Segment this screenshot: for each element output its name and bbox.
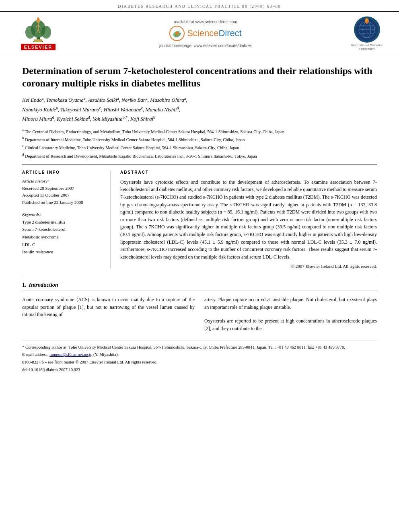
intro-title-row: 1. Introduction xyxy=(22,282,377,290)
svg-rect-13 xyxy=(34,39,42,42)
author-minoru: Minoru Miura xyxy=(22,116,52,122)
intro-text-col2: artery. Plaque rupture occurred at unsta… xyxy=(204,296,377,311)
idf-logo: International Diabetes Federation xyxy=(351,16,383,51)
keywords-label: Keywords: xyxy=(22,212,104,217)
intro-body-cols: Acute coronary syndrome (ACS) is known t… xyxy=(22,296,377,332)
sup-d3: d xyxy=(88,115,90,119)
intro-col2: artery. Plaque rupture occurred at unsta… xyxy=(204,296,377,332)
journal-header-text: DIABETES RESEARCH AND CLINICAL PRACTICE … xyxy=(118,4,281,8)
sciencedirect-logo: ScienceDirect xyxy=(169,26,242,41)
copyright-line: © 2007 Elsevier Ireland Ltd. All rights … xyxy=(120,264,377,269)
svg-point-3 xyxy=(41,26,51,39)
keyword-3: Metabolic syndrome xyxy=(22,233,104,241)
footer-notes: * Corresponding author at: Toho Universi… xyxy=(22,341,377,374)
article-title: Determination of serum 7-ketocholesterol… xyxy=(22,65,377,90)
author-nobukiyo: Nobukiyo Koide xyxy=(22,107,56,113)
available-text: available at www.sciencedirect.com xyxy=(174,20,237,24)
logo-row: ELSEVIER available at www.sciencedirect.… xyxy=(0,12,399,55)
accepted-date: Accepted 11 October 2007 xyxy=(22,192,104,199)
author-tomokazu: Tomokazu Oyama xyxy=(46,97,84,103)
author-kei-endo: Kei Endo xyxy=(22,97,42,103)
keyword-1: Type 2 diabetes mellitus xyxy=(22,218,104,226)
svg-point-15 xyxy=(175,32,179,35)
sup-a5: a xyxy=(184,96,186,101)
main-content: Determination of serum 7-ketocholesterol… xyxy=(0,55,399,374)
article-info-col: ARTICLE INFO Article history: Received 2… xyxy=(22,170,111,269)
sciencedirect-icon xyxy=(169,26,185,41)
journal-homepage: journal homepage: www.elsevier.com/locat… xyxy=(159,43,252,48)
sup-b-star: b,* xyxy=(123,115,128,119)
keyword-4: LDL-C xyxy=(22,241,104,249)
section-divider xyxy=(22,276,377,276)
author-yoh: Yoh Miyashita xyxy=(93,116,122,122)
author-atsuhito: Atsuhito Saiki xyxy=(88,97,117,103)
author-noriko: Noriko Ban xyxy=(121,97,146,103)
elsevier-logo: ELSEVIER xyxy=(16,17,60,50)
doi-note: doi:10.1016/j.diabres.2007.10.023 xyxy=(22,367,377,374)
author-kyoichi: Kyoichi Sekine xyxy=(57,116,88,122)
elsevier-tree-icon xyxy=(22,17,54,43)
journal-header: DIABETES RESEARCH AND CLINICAL PRACTICE … xyxy=(0,0,399,12)
page: DIABETES RESEARCH AND CLINICAL PRACTICE … xyxy=(0,0,399,532)
affiliations-block: a The Center of Diabetes, Endocrinology,… xyxy=(22,127,377,164)
idf-circle xyxy=(354,16,380,43)
author-koji: Koji Shirai xyxy=(130,116,153,122)
author-masahiro: Masahiro Ohira xyxy=(150,97,184,103)
idf-text: International Diabetes Federation xyxy=(351,43,383,51)
sup-a3: a xyxy=(117,96,119,101)
keyword-2: Serum 7-ketocholesterol xyxy=(22,226,104,233)
sup-a6: a xyxy=(56,106,58,110)
published-date: Published on line 22 January 2008 xyxy=(22,199,104,206)
idf-icon xyxy=(355,18,379,42)
license-note: 0168-8227/$ – see front matter © 2007 El… xyxy=(22,359,377,366)
intro-title: Introduction xyxy=(29,282,58,288)
corresponding-author-note: * Corresponding author at: Toho Universi… xyxy=(22,344,377,351)
introduction-section: 1. Introduction Acute coronary syndrome … xyxy=(22,282,377,332)
intro-text-col2b: Oxysterols are reported to be present at… xyxy=(204,317,377,332)
svg-point-2 xyxy=(25,26,35,39)
affiliation-b: b Department of Internal Medicine, Toho … xyxy=(22,136,377,143)
author-manabu: Manabu Nishii xyxy=(146,107,177,113)
sup-c1: c xyxy=(99,106,101,110)
sd-text: ScienceDirect xyxy=(187,28,242,39)
intro-number: 1. xyxy=(22,282,27,288)
sup-b2: b xyxy=(153,115,155,119)
history-label: Article history: xyxy=(22,179,104,183)
intro-text-col1: Acute coronary syndrome (ACS) is known t… xyxy=(22,296,195,318)
article-info-abstract-row: ARTICLE INFO Article history: Received 2… xyxy=(22,170,377,269)
author-takeyoshi: Takeyoshi Murano xyxy=(60,107,99,113)
affiliation-d: d Department of Research and Development… xyxy=(22,152,377,159)
intro-col1: Acute coronary syndrome (ACS) is known t… xyxy=(22,296,195,332)
center-logo: available at www.sciencedirect.com Scien… xyxy=(60,20,351,48)
email-link[interactable]: mumon@sf6.so-net.ne.jp xyxy=(49,352,92,357)
abstract-text: Oxysterols have cytotoxic effects and co… xyxy=(120,179,377,261)
affiliation-c: c Clinical Laboratory Medicine, Toho Uni… xyxy=(22,144,377,151)
svg-point-12 xyxy=(37,17,39,21)
received-date: Received 28 September 2007 xyxy=(22,185,104,192)
affiliation-a: a The Center of Diabetes, Endocrinology,… xyxy=(22,127,377,135)
authors-list: Kei Endoa, Tomokazu Oyamaa, Atsuhito Sai… xyxy=(22,95,377,123)
sup-d2: d xyxy=(52,115,54,119)
author-hitoshi: Hitoshi Watanabe xyxy=(104,107,141,113)
sup-c2: c xyxy=(141,106,143,110)
sup-a4: a xyxy=(146,96,147,101)
keyword-5: Insulin resistance xyxy=(22,248,104,256)
article-info-heading: ARTICLE INFO xyxy=(22,170,104,175)
sup-d1: d xyxy=(177,106,179,110)
sup-a2: a xyxy=(84,96,85,101)
sup-a1: a xyxy=(42,96,43,101)
abstract-col: ABSTRACT Oxysterols have cytotoxic effec… xyxy=(120,170,377,269)
abstract-heading: ABSTRACT xyxy=(120,170,377,175)
email-note: E-mail address: mumon@sf6.so-net.ne.jp (… xyxy=(22,351,377,358)
elsevier-label-text: ELSEVIER xyxy=(21,44,56,50)
